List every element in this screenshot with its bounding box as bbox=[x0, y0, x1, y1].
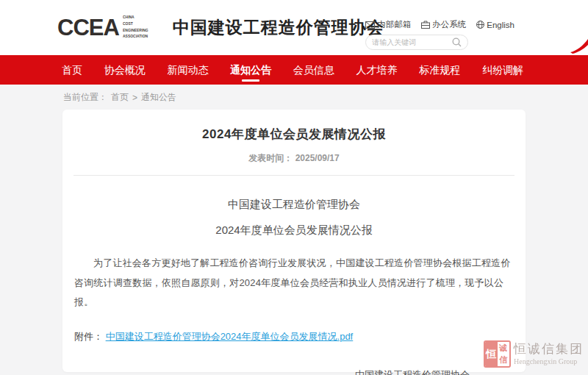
article-card: 2024年度单位会员发展情况公报 发表时间： 2025/09/17 中国建设工程… bbox=[62, 110, 526, 372]
publish-date-label: 发表时间： bbox=[248, 153, 293, 163]
breadcrumb-label: 当前位置： bbox=[63, 91, 107, 104]
seal-char-bottom: 信 bbox=[498, 354, 510, 367]
globe-icon bbox=[476, 21, 484, 29]
divider bbox=[74, 175, 514, 176]
english-link[interactable]: English bbox=[476, 21, 514, 29]
internal-mail-link[interactable]: 内部邮箱 bbox=[365, 19, 411, 30]
article-meta: 发表时间： 2025/09/17 bbox=[62, 152, 526, 165]
breadcrumb-notices-link[interactable]: 通知公告 bbox=[141, 91, 176, 104]
logo-swoosh-icon bbox=[570, 37, 588, 54]
attachment-label: 附件： bbox=[74, 331, 103, 342]
ccea-logo[interactable]: CCEA CHINA COST ENGINEERING ASSOCIATION bbox=[57, 15, 164, 40]
article-paragraph: 为了让社会各方更好地了解工程造价咨询行业发展状况，中国建设工程造价管理协会根据工… bbox=[74, 254, 514, 312]
attachment-line: 附件： 中国建设工程造价管理协会2024年度单位会员发展情况.pdf bbox=[74, 330, 514, 343]
search-input[interactable] bbox=[372, 38, 452, 46]
signature-org: 中国建设工程造价管理协会 bbox=[355, 368, 470, 375]
office-system-link[interactable]: 办公系统 bbox=[421, 19, 466, 30]
nav-item-home[interactable]: 首页 bbox=[62, 55, 82, 85]
nav-item-members[interactable]: 会员信息 bbox=[293, 55, 334, 85]
logo-tagline-line: CHINA bbox=[123, 16, 148, 20]
logo-tagline-line: COST bbox=[123, 22, 148, 26]
breadcrumb-separator: > bbox=[132, 93, 137, 103]
search-icon[interactable] bbox=[452, 38, 462, 47]
nav-item-training[interactable]: 人才培养 bbox=[356, 55, 398, 85]
quick-link-label: 办公系统 bbox=[432, 19, 466, 30]
main-nav: 首页 协会概况 新闻动态 通知公告 会员信息 人才培养 标准规程 纠纷调解 bbox=[0, 55, 588, 85]
nav-item-about[interactable]: 协会概况 bbox=[104, 55, 146, 85]
hengchengxin-watermark: 恒 诚 信 恒诚信集团 Hengchengxin Group bbox=[484, 340, 584, 368]
search-box bbox=[365, 35, 468, 50]
nav-item-notices[interactable]: 通知公告 bbox=[230, 55, 271, 85]
publish-date: 2025/09/17 bbox=[295, 153, 340, 163]
nav-item-dispute[interactable]: 纠纷调解 bbox=[482, 55, 523, 85]
nav-item-standards[interactable]: 标准规程 bbox=[419, 55, 460, 85]
logo-tagline-line: ASSOCIATION bbox=[123, 35, 148, 39]
watermark-name-en: Hengchengxin Group bbox=[514, 357, 584, 365]
signature-block: 中国建设工程造价管理协会 2025年9月17日 bbox=[355, 368, 470, 375]
attachment-pdf-link[interactable]: 中国建设工程造价管理协会2024年度单位会员发展情况.pdf bbox=[106, 331, 354, 342]
logo-tagline: CHINA COST ENGINEERING ASSOCIATION bbox=[123, 15, 164, 40]
quick-link-label: English bbox=[487, 21, 514, 29]
breadcrumb: 当前位置： 首页 > 通知公告 bbox=[0, 85, 588, 110]
nav-item-news[interactable]: 新闻动态 bbox=[167, 55, 208, 85]
hengchengxin-seal-icon: 恒 诚 信 bbox=[484, 340, 511, 368]
site-title: 中国建设工程造价管理协会 bbox=[173, 16, 384, 39]
logo-acronym: CCEA bbox=[57, 16, 119, 39]
quick-links: 内部邮箱 办公系统 English bbox=[365, 19, 514, 30]
article-heading-org: 中国建设工程造价管理协会 bbox=[62, 198, 526, 212]
watermark-text: 恒诚信集团 Hengchengxin Group bbox=[514, 343, 584, 366]
watermark-name: 恒诚信集团 bbox=[514, 343, 584, 357]
seal-char-top: 诚 bbox=[498, 342, 510, 354]
breadcrumb-home-link[interactable]: 首页 bbox=[111, 91, 129, 104]
article-heading-subject: 2024年度单位会员发展情况公报 bbox=[62, 224, 526, 238]
seal-right: 诚 信 bbox=[498, 342, 510, 366]
seal-char-main: 恒 bbox=[485, 342, 498, 366]
logo-tagline-line: ENGINEERING bbox=[123, 29, 148, 32]
quick-link-label: 内部邮箱 bbox=[377, 19, 411, 30]
briefcase-icon bbox=[421, 21, 430, 29]
header-utilities: 内部邮箱 办公系统 English bbox=[365, 19, 514, 50]
envelope-icon bbox=[365, 21, 375, 29]
site-header: CCEA CHINA COST ENGINEERING ASSOCIATION … bbox=[0, 0, 588, 55]
article-title: 2024年度单位会员发展情况公报 bbox=[62, 126, 526, 143]
